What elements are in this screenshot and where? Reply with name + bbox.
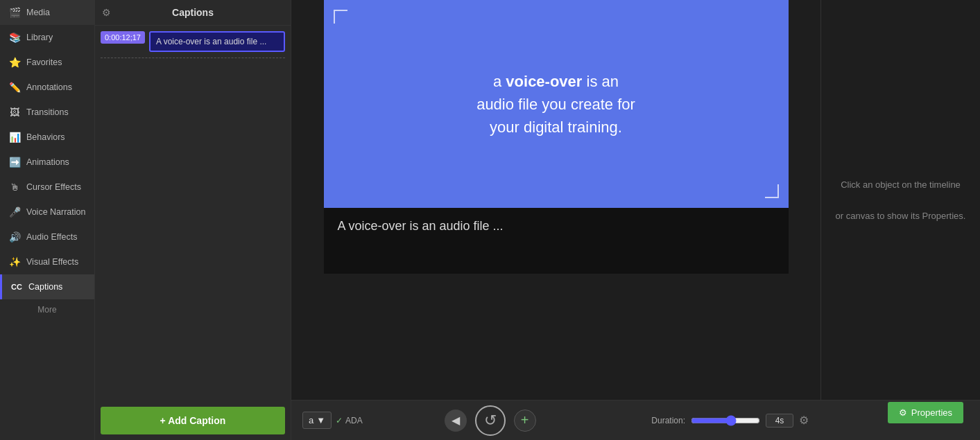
sidebar-item-label: Library	[26, 33, 53, 42]
sidebar-item-captions[interactable]: CC Captions	[0, 274, 94, 299]
caption-list-item: 0:00:12;17 A voice-over is an audio file…	[101, 31, 285, 52]
sidebar-item-media[interactable]: 🎬 Media	[0, 0, 94, 25]
duration-control: Duration: 4s ⚙	[651, 414, 809, 428]
panel-title: Captions	[172, 7, 214, 18]
sidebar-item-label: Captions	[28, 282, 62, 292]
duration-label: Duration:	[651, 416, 685, 425]
properties-hint-line2: or canvas to show its Properties.	[836, 211, 966, 221]
sidebar-item-label: Cursor Effects	[26, 182, 81, 192]
preview-container: a voice-over is an audio file you create…	[291, 0, 820, 400]
corner-bracket-br	[765, 184, 779, 198]
caption-preview-bar: A voice-over is an audio file ...	[324, 208, 789, 274]
check-icon: ✓	[336, 416, 343, 425]
sidebar-item-audio-effects[interactable]: 🔊 Audio Effects	[0, 225, 94, 249]
main-area: a voice-over is an audio file you create…	[291, 0, 980, 440]
add-caption-button[interactable]: + Add Caption	[101, 407, 285, 434]
sidebar-item-label: Audio Effects	[26, 232, 77, 242]
audio-effects-icon: 🔊	[8, 231, 21, 243]
canvas-area: a voice-over is an audio file you create…	[291, 0, 980, 400]
favorites-icon: ⭐	[8, 56, 21, 69]
bottom-left-controls: a ▼ ✓ ADA Duration:	[302, 412, 809, 429]
cursor-effects-icon: 🖱	[8, 181, 21, 193]
transitions-icon: 🖼	[8, 106, 21, 118]
sidebar-item-favorites[interactable]: ⭐ Favorites	[0, 50, 94, 75]
settings-gear-icon[interactable]: ⚙	[799, 414, 809, 427]
properties-hint-line1: Click an object on the timeline	[841, 179, 961, 190]
slide-preview: a voice-over is an audio file you create…	[324, 0, 789, 208]
captions-icon: CC	[10, 281, 23, 293]
library-icon: 📚	[8, 31, 21, 44]
properties-button[interactable]: ⚙ Properties	[888, 402, 963, 423]
duration-slider[interactable]	[691, 415, 760, 426]
sidebar-item-label: Favorites	[26, 58, 62, 67]
animations-icon: ➡️	[8, 156, 21, 168]
captions-list: 0:00:12;17 A voice-over is an audio file…	[95, 26, 291, 401]
sidebar-item-visual-effects[interactable]: ✨ Visual Effects	[0, 249, 94, 274]
sidebar-item-label: Behaviors	[26, 132, 65, 142]
caption-timestamp: 0:00:12;17	[101, 31, 145, 44]
properties-panel: Click an object on the timeline or canva…	[820, 0, 980, 400]
caption-dashed-divider	[101, 58, 285, 58]
font-dropdown-icon: ▼	[316, 415, 325, 425]
center-playback: ◀ ↺ +	[445, 405, 536, 436]
sidebar-more[interactable]: More	[0, 299, 94, 320]
caption-preview-text: A voice-over is an audio file ...	[338, 219, 504, 234]
sidebar-item-transitions[interactable]: 🖼 Transitions	[0, 100, 94, 125]
sidebar-item-label: Visual Effects	[26, 257, 78, 267]
sidebar-item-cursor-effects[interactable]: 🖱 Cursor Effects	[0, 175, 94, 200]
add-button[interactable]: +	[514, 410, 536, 432]
panel-header: ⚙ Captions	[95, 0, 291, 26]
caption-text-box[interactable]: A voice-over is an audio file ...	[149, 31, 285, 52]
bottom-controls: a ▼ ✓ ADA Duration:	[291, 400, 980, 440]
sidebar-item-label: Transitions	[26, 107, 69, 117]
font-selector[interactable]: a ▼	[302, 412, 332, 429]
sidebar-item-voice-narration[interactable]: 🎤 Voice Narration	[0, 200, 94, 225]
sidebar-item-behaviors[interactable]: 📊 Behaviors	[0, 125, 94, 150]
ada-check: ✓ ADA	[336, 416, 363, 425]
slide-text: a voice-over is an audio file you create…	[476, 70, 635, 139]
visual-effects-icon: ✨	[8, 256, 21, 268]
ada-label: ADA	[345, 416, 363, 425]
sidebar-item-library[interactable]: 📚 Library	[0, 25, 94, 50]
sidebar: 🎬 Media 📚 Library ⭐ Favorites ✏️ Annotat…	[0, 0, 95, 440]
media-icon: 🎬	[8, 6, 21, 19]
duration-value: 4s	[766, 414, 793, 428]
font-label: a	[309, 415, 313, 425]
voice-narration-icon: 🎤	[8, 206, 21, 218]
captions-panel: ⚙ Captions 0:00:12;17 A voice-over is an…	[95, 0, 291, 440]
panel-settings-icon[interactable]: ⚙	[102, 7, 111, 18]
sidebar-item-label: Animations	[26, 157, 69, 167]
prev-button[interactable]: ◀	[445, 410, 467, 432]
sidebar-item-animations[interactable]: ➡️ Animations	[0, 150, 94, 175]
sidebar-item-label: Media	[26, 8, 50, 17]
play-button[interactable]: ↺	[475, 405, 506, 436]
annotations-icon: ✏️	[8, 81, 21, 94]
corner-bracket-tl	[334, 10, 347, 24]
sidebar-item-label: Annotations	[26, 82, 72, 92]
behaviors-icon: 📊	[8, 131, 21, 143]
gear-icon: ⚙	[899, 407, 907, 418]
sidebar-item-label: Voice Narration	[26, 207, 85, 217]
sidebar-item-annotations[interactable]: ✏️ Annotations	[0, 75, 94, 100]
